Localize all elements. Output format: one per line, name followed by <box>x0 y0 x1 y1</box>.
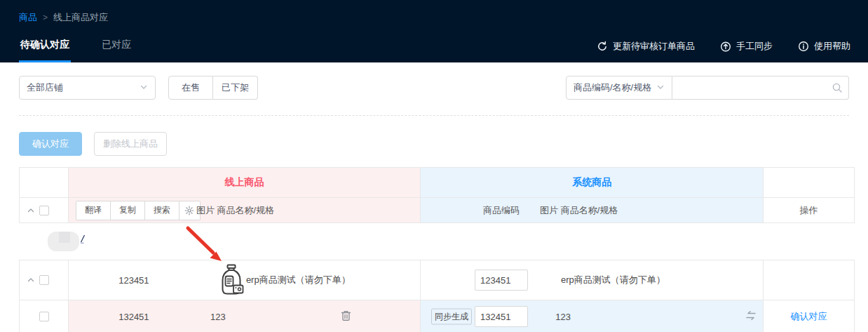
product-bottle-image-icon[interactable] <box>219 264 244 298</box>
row2-select-cell <box>20 300 69 332</box>
confirm-mapping-button[interactable]: 确认对应 <box>19 132 82 156</box>
upload-circle-icon <box>720 41 731 52</box>
online-product-group-header: 线上商品 <box>69 168 421 197</box>
shop-name-fragment <box>79 234 86 246</box>
chevron-down-icon <box>656 83 665 93</box>
off-shelf-button[interactable]: 已下架 <box>213 76 258 100</box>
confirm-mapping-link[interactable]: 确认对应 <box>791 310 827 323</box>
top-navbar: 商品 > 线上商品对应 待确认对应 已对应 更新待审核订单商品 <box>0 0 868 62</box>
system-code-label: 商品编码 <box>475 204 528 217</box>
chevron-down-icon <box>140 83 148 93</box>
table-body: 123451 <box>19 260 855 332</box>
group-header-row: 线上商品 系统商品 <box>20 168 854 197</box>
table-header: 线上商品 系统商品 翻译 复制 搜索 <box>19 167 855 223</box>
online-group-title: 线上商品 <box>69 168 420 197</box>
table-row: 123451 <box>20 260 854 300</box>
redacted-shop-name-patch <box>59 232 70 243</box>
update-pending-order-products-button[interactable]: 更新待审核订单商品 <box>597 40 695 53</box>
select-column-header <box>20 168 69 197</box>
online-product-name: 123 <box>183 312 253 322</box>
operation-label: 操作 <box>764 198 854 223</box>
breadcrumb-current: 线上商品对应 <box>53 11 108 24</box>
online-toolbar: 翻译 复制 搜索 <box>76 201 201 220</box>
breadcrumb: 商品 > 线上商品对应 <box>19 11 108 24</box>
update-pending-label: 更新待审核订单商品 <box>613 40 695 53</box>
tab-pending-mapping[interactable]: 待确认对应 <box>19 39 71 62</box>
shop-select-value: 全部店铺 <box>27 81 63 94</box>
search-field-select[interactable]: 商品编码/名称/规格 <box>566 76 672 100</box>
collapse-caret-icon[interactable] <box>27 277 34 284</box>
breadcrumb-separator: > <box>43 13 48 22</box>
tab-mapped[interactable]: 已对应 <box>100 39 133 62</box>
dashed-divider <box>19 115 849 116</box>
row2-online-cell: 132451 123 <box>69 300 421 332</box>
help-label: 使用帮助 <box>814 40 850 53</box>
search-area: 商品编码/名称/规格 <box>566 76 849 100</box>
topbar-actions: 更新待审核订单商品 手工同步 <box>597 40 850 53</box>
search-icon[interactable] <box>832 82 843 95</box>
online-product-name: erp商品测试（请勿下单） <box>246 274 351 286</box>
system-sub-header: 商品编码 图片 商品名称/规格 <box>421 198 764 223</box>
system-code-input[interactable] <box>475 306 528 327</box>
bulk-action-row: 确认对应 删除线上商品 <box>19 132 167 156</box>
operation-group-header <box>764 168 854 197</box>
manual-sync-label: 手工同步 <box>736 40 773 53</box>
system-columns-label: 图片 商品名称/规格 <box>540 204 618 217</box>
delete-trash-icon[interactable] <box>341 310 351 324</box>
operation-sub-header: 操作 <box>764 198 854 223</box>
online-columns-label: 图片 商品名称/规格 <box>196 204 274 217</box>
delete-online-product-button[interactable]: 删除线上商品 <box>94 132 167 156</box>
refresh-icon <box>597 41 608 52</box>
select-all-checkbox[interactable] <box>39 206 49 215</box>
redacted-shop-name <box>48 232 79 251</box>
shop-select[interactable]: 全部店铺 <box>19 76 156 100</box>
copy-button[interactable]: 复制 <box>111 201 145 220</box>
info-icon <box>798 41 809 52</box>
system-product-name: erp商品测试（请勿下单） <box>561 274 665 286</box>
online-sub-header: 翻译 复制 搜索 图片 商品名称/规格 <box>69 198 421 223</box>
row1-checkbox[interactable] <box>39 275 49 285</box>
help-button[interactable]: 使用帮助 <box>798 40 850 53</box>
search-tool-button[interactable]: 搜索 <box>145 201 179 220</box>
status-filter-group: 在售 已下架 <box>168 76 258 100</box>
swap-sync-icon[interactable] <box>745 310 757 323</box>
system-group-title: 系统商品 <box>421 168 763 197</box>
collapse-caret-icon[interactable] <box>27 207 34 214</box>
row2-system-cell: 同步生成 123 <box>421 300 764 332</box>
system-product-group-header: 系统商品 <box>421 168 764 197</box>
row1-system-cell: erp商品测试（请勿下单） <box>421 260 764 300</box>
row1-select-cell <box>20 260 69 300</box>
row2-checkbox[interactable] <box>39 312 49 321</box>
row1-operation-cell <box>764 260 854 300</box>
translate-button[interactable]: 翻译 <box>76 201 111 220</box>
search-input[interactable] <box>672 76 849 100</box>
online-product-code: 123451 <box>99 275 169 286</box>
online-product-mapping-page: 商品 > 线上商品对应 待确认对应 已对应 更新待审核订单商品 <box>0 0 868 332</box>
breadcrumb-root[interactable]: 商品 <box>19 11 37 24</box>
shop-group-row <box>0 223 868 260</box>
filter-bar: 全部店铺 在售 已下架 商品编码/名称/规格 <box>0 62 868 105</box>
tab-bar: 待确认对应 已对应 <box>19 39 133 62</box>
sub-header-row: 翻译 复制 搜索 图片 商品名称/规格 商品编码 <box>20 197 854 223</box>
row2-operation-cell: 确认对应 <box>764 300 854 332</box>
row1-online-cell: 123451 <box>69 260 421 300</box>
select-all-cell <box>20 198 69 223</box>
online-product-code: 132451 <box>99 312 169 322</box>
table-row: 132451 123 同步生成 123 <box>20 300 854 332</box>
search-field-select-value: 商品编码/名称/规格 <box>574 81 651 94</box>
manual-sync-button[interactable]: 手工同步 <box>720 40 773 53</box>
search-input-wrap <box>672 76 849 100</box>
sync-generated-tag: 同步生成 <box>431 309 472 325</box>
system-product-name: 123 <box>535 312 591 322</box>
system-code-input[interactable] <box>475 270 528 291</box>
on-sale-button[interactable]: 在售 <box>168 76 213 100</box>
